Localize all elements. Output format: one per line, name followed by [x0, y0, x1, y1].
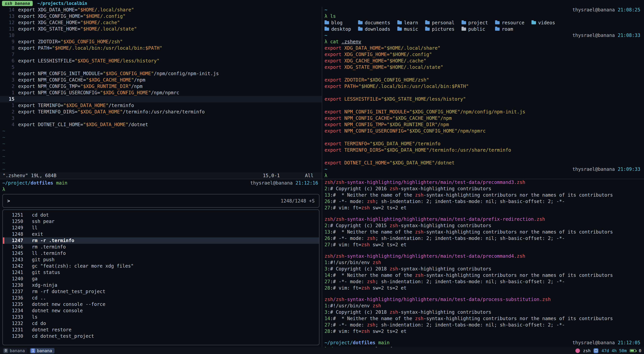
command-ls: ls: [330, 14, 336, 19]
prompt-repo: dotfiles: [31, 180, 53, 186]
cat-output-line: export NPM_CONFIG_TMP="$XDG_RUNTIME_DIR"…: [322, 122, 644, 128]
editor-empty-line: ~: [0, 153, 322, 160]
editor-line: 1export TERMINFO="$XDG_DATA_HOME"/termin…: [0, 102, 322, 109]
grep-match-line: 27:# -*- mode: zsh; sh-indentation: 2; i…: [322, 322, 644, 328]
fzf-search-input[interactable]: >1248/1248+S: [2, 194, 320, 208]
history-item[interactable]: 1248exit: [3, 231, 319, 237]
history-item[interactable]: 1237rm -rf dotnet_test_project: [3, 288, 319, 295]
grep-match-line: 28:# vim: ft=zsh sw=2 ts=2 et: [322, 285, 644, 291]
tmux-window-list: 0banana1banana: [3, 348, 54, 353]
blog-folder-icon: [324, 21, 329, 24]
tmux-window-1[interactable]: 1banana: [30, 348, 54, 353]
prompt-git-branch: main: [378, 339, 390, 346]
directory-item: documents: [358, 20, 390, 26]
editor-line: 2export TERMINFO_DIRS="$XDG_DATA_HOME"/t…: [0, 109, 322, 115]
cat-output: export XDG_DATA_HOME="$HOME/.local/share…: [322, 45, 644, 166]
desktop-folder-icon: [324, 28, 329, 31]
line-number: 6: [0, 58, 14, 64]
editor-line: 1export NPM_CONFIG_USERCONFIG="$XDG_CONF…: [0, 90, 322, 96]
directory-item: public: [462, 26, 488, 32]
command-line-dotnet: λ dotnet new console --force: [322, 346, 644, 347]
editor-empty-line: ~: [0, 166, 322, 172]
prompt-time: 21:08:25: [618, 7, 640, 13]
cat-output-line: export NPM_CONFIG_INIT_MODULE="$XDG_CONF…: [322, 109, 644, 115]
prompt-time: 21:09:33: [618, 166, 640, 172]
right-top-shell-pane[interactable]: ~thysrael@banana21:08:25 λ ls blogdeskto…: [322, 7, 644, 179]
prompt-time: 21:12:05: [618, 339, 640, 346]
lambda-prompt-char: λ: [324, 173, 327, 178]
prompt-cwd: ~: [324, 32, 327, 39]
history-item[interactable]: 1241git status: [3, 269, 319, 276]
documents-folder-icon: [358, 21, 362, 24]
left-shell-pane[interactable]: ~/project/dotfilesmainthysrael@banana21:…: [0, 179, 322, 347]
cat-output-line: [322, 71, 644, 77]
prompt-right-info: thysrael@banana21:09:33: [572, 166, 640, 172]
history-item[interactable]: 1236cd ..: [3, 295, 319, 301]
personal-folder-icon: [425, 21, 430, 24]
ssh-session-badge: ssh banana: [2, 1, 33, 6]
grep-match-line: 1:#!/usr/bin/env zsh: [322, 303, 644, 309]
editor-line: 5: [0, 64, 322, 71]
history-item[interactable]: 1242gc "feat(zsh): clear more xdg files": [3, 263, 319, 269]
history-item[interactable]: 1235dotnet new console --force: [3, 301, 319, 307]
history-item[interactable]: 1249ll: [3, 225, 319, 231]
project-folder-icon: [462, 21, 466, 24]
grep-file-path: zsh/zsh-syntax-highlighting/highlighters…: [322, 179, 644, 186]
grep-match-line: 3:# Copyright (c) 2018 zsh-syntax-highli…: [322, 309, 644, 315]
line-number: 13: [0, 13, 14, 20]
prompt-info-line: ~thysrael@banana21:08:25: [322, 7, 644, 13]
tmux-panes-area: 14export XDG_DATA_HOME="$HOME/.local/sha…: [0, 7, 644, 347]
grep-result-group: zsh/zsh-syntax-highlighting/highlighters…: [322, 296, 644, 334]
editor-empty-line: ~: [0, 128, 322, 134]
cat-output-line: export DOTNET_CLI_HOME="$XDG_DATA_HOME"/…: [322, 160, 644, 166]
history-item[interactable]: 1251cd dot: [3, 212, 319, 218]
editor-line: 11export XDG_STATE_HOME="$HOME/.local/st…: [0, 26, 322, 32]
history-item[interactable]: 1245ll .terminfo: [3, 250, 319, 256]
fzf-pointer: >: [7, 198, 10, 204]
history-item[interactable]: 1246rm .terminfo: [3, 244, 319, 250]
resource-folder-icon: [495, 21, 500, 24]
history-item[interactable]: 1234dotnet new console: [3, 307, 319, 314]
editor-empty-line: ~: [0, 147, 322, 153]
prompt-user-host: thysrael@banana: [572, 7, 615, 13]
history-item[interactable]: 1243git push: [3, 256, 319, 263]
directory-item: roam: [495, 26, 524, 32]
tmux-window-0[interactable]: 0banana: [3, 348, 27, 353]
grep-match-line: 27:# vim: ft=zsh sw=2 ts=2 et: [322, 242, 644, 248]
history-item[interactable]: 1233ls: [3, 314, 319, 320]
editor-line: 6export LESSHISTFILE="$XDG_STATE_HOME/le…: [0, 58, 322, 64]
grep-match-line: 1:#!/usr/bin/env zsh: [322, 259, 644, 266]
vim-editor-pane[interactable]: 14export XDG_DATA_HOME="$HOME/.local/sha…: [0, 7, 322, 179]
fzf-results-list[interactable]: 1251cd dot1250ssh pear1249ll1248exit1247…: [2, 209, 320, 345]
command-arg-file: .zshenv: [342, 39, 361, 45]
fzf-match-count: 1248/1248+S: [281, 198, 314, 204]
editor-line: 15: [0, 96, 322, 102]
line-number: 15: [0, 96, 14, 102]
right-bottom-shell-pane[interactable]: zsh/zsh-syntax-highlighting/highlighters…: [322, 179, 644, 347]
history-item[interactable]: 1231dotnet restore: [3, 327, 319, 333]
shell-prompt: ~/project/dotfilesmainthysrael@banana21:…: [0, 180, 322, 186]
history-item[interactable]: 1250ssh pear: [3, 218, 319, 225]
cat-output-line: export XDG_CONFIG_HOME="$HOME/.config": [322, 51, 644, 58]
fzf-count-value: 1248/1248: [281, 198, 306, 204]
history-item[interactable]: 1238xdg-ninja: [3, 282, 319, 288]
command-cat: cat: [330, 39, 339, 45]
cat-output-line: export XDG_STATE_HOME="$HOME/.local/stat…: [322, 64, 644, 71]
prompt-time: 21:12:16: [296, 180, 318, 186]
grep-match-line: 13:# * Neither the name of the zsh-synta…: [322, 229, 644, 235]
line-number: 12: [0, 20, 14, 26]
line-number: 2: [0, 109, 14, 115]
history-item[interactable]: 1230cd dotnet_test_project: [3, 333, 319, 339]
editor-line: 12export XDG_CACHE_HOME="$HOME/.cache": [0, 20, 322, 26]
cat-output-line: export PATH="$HOME/.local/bin:/usr/local…: [322, 83, 644, 90]
editor-empty-line: ~: [0, 160, 322, 166]
history-item[interactable]: 1247rm -r .terminfo: [3, 237, 319, 244]
roam-folder-icon: [495, 28, 500, 31]
line-number: 4: [0, 122, 14, 128]
prompt-git-branch: main: [56, 180, 67, 186]
line-number: 14: [0, 7, 14, 13]
history-item[interactable]: 1232cd do: [3, 320, 319, 327]
history-item[interactable]: 1240ga: [3, 276, 319, 282]
session-icon: [594, 348, 598, 353]
grep-match-line: 14:# * Neither the name of the zsh-synta…: [322, 315, 644, 322]
